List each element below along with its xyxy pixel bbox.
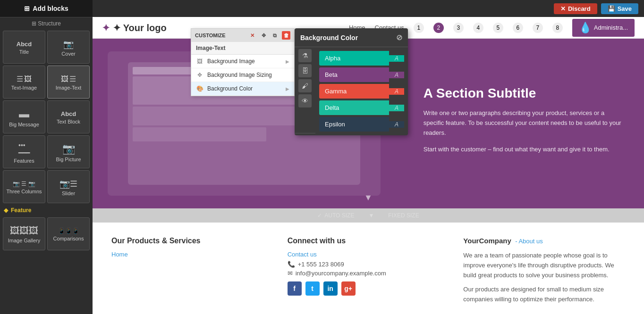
bgc-tool-flask[interactable]: ⚗	[298, 49, 312, 62]
phone-number: +1 555 123 8069	[298, 261, 344, 268]
footer-col1-title: Our Products & Services	[111, 237, 273, 245]
customize-toolbar: CUSTOMIZE ✕ ✥ ⧉ 🗑 Image-Text 🖼 Backgroun…	[191, 28, 295, 96]
feature-block-grid: 🖼🖼🖼 Image Gallery 📱📱📱 Comparisons	[0, 215, 93, 252]
nav-number-6[interactable]: 6	[513, 23, 523, 33]
bg-color-popup: Background Color ⊘ ⚗ 🗄 🖌 👁 Alpha A Beta …	[295, 28, 408, 135]
nav-number-3[interactable]: 3	[453, 23, 464, 33]
slider-label: Slider	[62, 190, 75, 196]
bgc-close-btn[interactable]: ⊘	[396, 33, 402, 42]
image-text-label: Image-Text	[56, 85, 81, 91]
diamond-icon: ◆	[4, 207, 8, 214]
bg-color-icon: 🎨	[196, 85, 203, 92]
hero-arrow-down: ▼	[364, 193, 373, 203]
big-message-icon: ▬	[19, 108, 29, 120]
bg-sizing-icon: ✥	[196, 72, 203, 78]
bgc-tool-brush[interactable]: 🖌	[298, 79, 312, 92]
bg-image-arrow: ▶	[286, 59, 289, 64]
customize-label: CUSTOMIZE	[195, 33, 245, 38]
color-alpha-row[interactable]: Alpha A	[319, 51, 404, 66]
cover-label: Cover	[61, 51, 75, 57]
nav-number-8[interactable]: 8	[552, 23, 563, 33]
big-message-label: Big Message	[9, 122, 39, 127]
nav-number-7[interactable]: 7	[533, 23, 543, 33]
nav-number-2[interactable]: 2	[433, 23, 444, 33]
big-picture-icon: 📷	[62, 143, 75, 155]
comparisons-icon: 📱📱📱	[58, 228, 79, 234]
block-slider[interactable]: 📷☰ Slider	[47, 170, 90, 203]
block-big-message[interactable]: ▬ Big Message	[3, 100, 45, 133]
email-address: info@yourcompany.example.com	[296, 270, 386, 277]
image-text-icon: 🖼 ☰	[61, 74, 76, 83]
structure-icon: ⊞	[32, 20, 36, 27]
color-epsilon-row[interactable]: Epsilon A	[319, 117, 404, 132]
nav-number-1[interactable]: 1	[414, 23, 424, 33]
block-text-block[interactable]: Abcd Text Block	[47, 100, 90, 133]
block-big-picture[interactable]: 📷 Big Picture	[47, 135, 90, 168]
block-features[interactable]: ••• ━━━ Features	[3, 135, 45, 168]
admin-button[interactable]: 💧 Administra...	[572, 19, 635, 37]
footer-col-3: YourCompany - About us We are a team of …	[463, 237, 625, 309]
color-delta-swatch: Delta	[319, 100, 389, 115]
block-title[interactable]: Abcd Title	[3, 31, 45, 64]
customize-move-btn[interactable]: ✥	[259, 31, 268, 40]
bgc-tool-db[interactable]: 🗄	[298, 64, 312, 77]
customize-close-btn[interactable]: ✕	[248, 31, 256, 40]
block-image-gallery[interactable]: 🖼🖼🖼 Image Gallery	[3, 217, 45, 250]
structure-block-grid: Abcd Title 📷 Cover ☰ 🖼 Text-Image 🖼 ☰ I	[0, 29, 93, 205]
structure-section-label: ⊞ Structure	[0, 17, 93, 29]
color-delta-row[interactable]: Delta A	[319, 100, 404, 115]
cover-icon: 📷	[63, 39, 74, 50]
customize-section-title: Image-Text	[191, 42, 294, 55]
footer-col3-para2: Our products are designed for small to m…	[463, 285, 625, 305]
save-button[interactable]: 💾 Save	[601, 3, 638, 14]
customize-delete-btn[interactable]: 🗑	[282, 31, 290, 40]
nav-number-4[interactable]: 4	[473, 23, 483, 33]
checkmark-icon: ✓	[317, 212, 322, 219]
color-options: Alpha A Beta A Gamma A Delta A Epsilon	[315, 47, 408, 135]
bg-color-arrow: ▶	[286, 86, 289, 91]
googleplus-icon[interactable]: g+	[341, 281, 356, 296]
customize-header: CUSTOMIZE ✕ ✥ ⧉ 🗑	[191, 29, 294, 42]
image-gallery-icon: 🖼🖼🖼	[10, 225, 38, 236]
footer-col1-home-link[interactable]: Home	[111, 251, 273, 258]
footer-col3-title: YourCompany - About us	[463, 237, 625, 245]
color-beta-row[interactable]: Beta A	[319, 67, 404, 82]
three-columns-label: Three Columns	[6, 189, 42, 194]
linkedin-icon[interactable]: in	[323, 281, 338, 296]
block-comparisons[interactable]: 📱📱📱 Comparisons	[47, 217, 90, 250]
hero-text-block: A Section Subtitle Write one or two para…	[424, 86, 625, 161]
bgc-tool-eye[interactable]: 👁	[298, 94, 312, 107]
nav-number-5[interactable]: 5	[493, 23, 503, 33]
block-cover[interactable]: 📷 Cover	[47, 31, 90, 64]
sidebar-title: Add blocks	[33, 5, 68, 12]
block-text-image[interactable]: ☰ 🖼 Text-Image	[3, 66, 45, 99]
about-us-link[interactable]: - About us	[515, 238, 543, 245]
twitter-icon[interactable]: t	[305, 281, 320, 296]
fixed-size-btn[interactable]: FIXED SIZE	[388, 212, 419, 219]
title-icon: Abcd	[17, 41, 32, 48]
block-image-text[interactable]: 🖼 ☰ Image-Text	[47, 66, 90, 99]
auto-fixed-bar: ✓ AUTO SIZE ▼ FIXED SIZE	[93, 208, 644, 223]
color-gamma-row[interactable]: Gamma A	[319, 84, 404, 99]
facebook-icon[interactable]: f	[288, 281, 302, 296]
footer-col2-contact-link[interactable]: Contact us	[288, 251, 449, 258]
slider-icon: 📷☰	[59, 179, 77, 189]
discard-button[interactable]: ✕ Discard	[554, 3, 597, 14]
bgc-body: ⚗ 🗄 🖌 👁 Alpha A Beta A Gamma A	[295, 47, 408, 135]
customize-copy-btn[interactable]: ⧉	[271, 31, 279, 40]
feature-section-label: ◆ Feature	[0, 205, 93, 215]
block-three-columns[interactable]: 📷 ☰ 📷 Three Columns	[3, 170, 45, 203]
auto-size-btn[interactable]: ✓ AUTO SIZE	[317, 212, 354, 219]
menu-background-image-sizing[interactable]: ✥ Background Image Sizing	[191, 68, 294, 82]
footer-col-2: Connect with us Contact us 📞 +1 555 123 …	[288, 237, 449, 309]
save-disk-icon: 💾	[608, 5, 615, 12]
bg-sizing-label: Background Image Sizing	[207, 72, 289, 78]
menu-background-image[interactable]: 🖼 Background Image ▶	[191, 55, 294, 68]
menu-background-color[interactable]: 🎨 Background Color ▶	[191, 82, 294, 96]
hero-body-2: Start with the customer – find out what …	[424, 145, 625, 155]
title-label: Title	[19, 49, 29, 55]
big-picture-label: Big Picture	[56, 157, 81, 162]
text-image-icon: ☰ 🖼	[17, 74, 32, 83]
bgc-header: Background Color ⊘	[295, 28, 408, 47]
phone-icon: 📞	[288, 261, 295, 268]
